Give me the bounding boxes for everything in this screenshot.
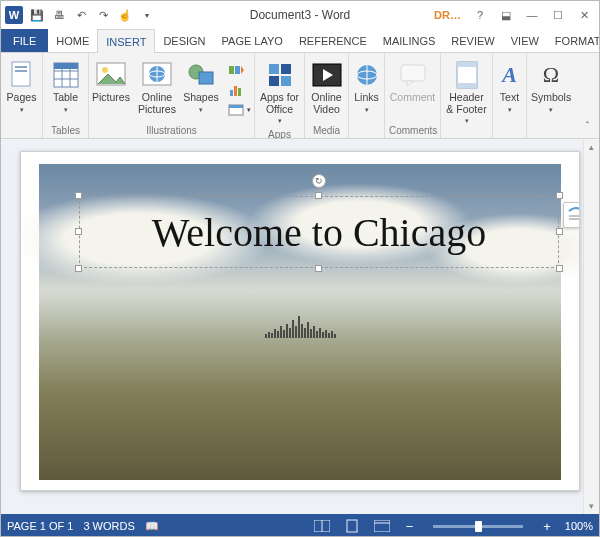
smartart-icon	[228, 62, 244, 78]
svg-point-10	[102, 67, 108, 73]
page-indicator[interactable]: PAGE 1 OF 1	[7, 520, 73, 532]
caret-down-icon: ▾	[199, 106, 203, 114]
shapes-button[interactable]: Shapes▾	[181, 57, 221, 116]
undo-button[interactable]: ↶	[73, 7, 89, 23]
caret-down-icon: ▾	[20, 106, 24, 114]
zoom-in-button[interactable]: +	[539, 520, 555, 533]
symbols-button[interactable]: Ω Symbols▾	[529, 57, 573, 116]
document-page[interactable]: ↻ Welcome to Chicago	[20, 151, 580, 491]
online-video-button[interactable]: Online Video	[307, 57, 347, 118]
group-label: Tables	[47, 124, 84, 136]
zoom-slider-thumb[interactable]	[475, 521, 482, 532]
resize-handle-w[interactable]	[75, 228, 82, 235]
word-count[interactable]: 3 WORDS	[83, 520, 134, 532]
svg-rect-8	[54, 63, 78, 69]
svg-rect-37	[457, 62, 477, 67]
svg-rect-26	[281, 64, 291, 74]
svg-rect-22	[238, 88, 241, 96]
save-button[interactable]: 💾	[29, 7, 45, 23]
links-button[interactable]: Links▾	[351, 57, 383, 116]
layout-options-icon	[567, 207, 580, 223]
title-right-controls: DR… ? ⬓ — ☐ ✕	[434, 6, 599, 24]
web-layout-button[interactable]	[372, 518, 392, 534]
tab-file[interactable]: FILE	[1, 29, 48, 52]
smartart-button[interactable]	[225, 61, 254, 79]
print-button[interactable]: 🖶	[51, 7, 67, 23]
zoom-level[interactable]: 100%	[565, 520, 593, 532]
tab-mailings[interactable]: MAILINGS	[375, 29, 444, 52]
textbox-selection[interactable]: ↻ Welcome to Chicago	[79, 196, 559, 268]
resize-handle-nw[interactable]	[75, 192, 82, 199]
vertical-scrollbar[interactable]: ▴ ▾	[583, 139, 599, 514]
zoom-out-button[interactable]: −	[402, 520, 418, 533]
title-bar: W 💾 🖶 ↶ ↷ ☝ ▾ Document3 - Word DR… ? ⬓ —…	[1, 1, 599, 29]
group-symbols: Ω Symbols▾	[527, 53, 575, 138]
tab-references[interactable]: REFERENCE	[291, 29, 375, 52]
svg-rect-20	[230, 90, 233, 96]
tab-view[interactable]: VIEW	[503, 29, 547, 52]
resize-handle-n[interactable]	[315, 192, 322, 199]
online-pictures-button[interactable]: Online Pictures	[135, 57, 179, 118]
rotate-handle[interactable]: ↻	[312, 174, 326, 188]
textbox-text[interactable]: Welcome to Chicago	[152, 209, 486, 256]
resize-handle-ne[interactable]	[556, 192, 563, 199]
chart-icon	[228, 82, 244, 98]
minimize-button[interactable]: —	[521, 6, 543, 24]
spellcheck-button[interactable]: 📖	[145, 520, 159, 533]
inserted-picture[interactable]: ↻ Welcome to Chicago	[39, 164, 561, 480]
pages-button[interactable]: Pages▾	[1, 57, 43, 116]
help-button[interactable]: ?	[469, 6, 491, 24]
tab-page-layout[interactable]: PAGE LAYO	[214, 29, 291, 52]
table-button[interactable]: Table▾	[45, 57, 87, 116]
status-bar: PAGE 1 OF 1 3 WORDS 📖 − + 100%	[1, 514, 599, 537]
svg-rect-43	[347, 520, 357, 532]
textbox[interactable]: Welcome to Chicago	[79, 196, 559, 268]
svg-rect-21	[234, 86, 237, 96]
tab-design[interactable]: DESIGN	[155, 29, 213, 52]
group-label	[5, 124, 38, 136]
scroll-up-button[interactable]: ▴	[584, 139, 599, 155]
svg-rect-1	[15, 66, 27, 68]
pictures-button[interactable]: Pictures	[89, 57, 133, 107]
chart-button[interactable]	[225, 81, 254, 99]
group-header-footer: Header & Footer▾	[441, 53, 493, 138]
close-button[interactable]: ✕	[573, 6, 595, 24]
resize-handle-se[interactable]	[556, 265, 563, 272]
apps-for-office-button[interactable]: Apps for Office▾	[257, 57, 303, 128]
tab-home[interactable]: HOME	[48, 29, 97, 52]
online-pictures-icon	[142, 60, 172, 90]
touch-mode-button[interactable]: ☝	[117, 7, 133, 23]
chevron-up-icon: ˆ	[586, 121, 589, 132]
maximize-button[interactable]: ☐	[547, 6, 569, 24]
group-label: Comments	[389, 124, 436, 136]
redo-button[interactable]: ↷	[95, 7, 111, 23]
print-layout-button[interactable]	[342, 518, 362, 534]
tab-insert[interactable]: INSERT	[97, 29, 155, 53]
tab-review[interactable]: REVIEW	[443, 29, 502, 52]
apps-icon	[265, 60, 295, 90]
caret-down-icon: ▾	[549, 106, 553, 114]
resize-handle-e[interactable]	[556, 228, 563, 235]
spellcheck-icon: 📖	[145, 520, 159, 533]
screenshot-icon	[228, 102, 244, 118]
resize-handle-s[interactable]	[315, 265, 322, 272]
layout-options-button[interactable]	[563, 202, 580, 228]
resize-handle-sw[interactable]	[75, 265, 82, 272]
text-button[interactable]: A Text▾	[495, 57, 525, 116]
ribbon-display-button[interactable]: ⬓	[495, 6, 517, 24]
scroll-down-button[interactable]: ▾	[584, 498, 599, 514]
screenshot-button[interactable]: ▾	[225, 101, 254, 119]
caret-down-icon: ▾	[278, 117, 282, 125]
account-badge[interactable]: DR…	[434, 9, 465, 21]
zoom-slider[interactable]	[433, 525, 523, 528]
read-mode-button[interactable]	[312, 518, 332, 534]
collapse-ribbon-button[interactable]: ˆ	[582, 119, 593, 134]
tab-format[interactable]: FORMAT	[547, 29, 600, 52]
header-footer-icon	[452, 60, 482, 90]
group-label: Apps	[259, 128, 300, 140]
svg-rect-0	[12, 62, 30, 86]
header-footer-button[interactable]: Header & Footer▾	[443, 57, 491, 128]
print-icon: 🖶	[54, 9, 65, 21]
symbols-icon: Ω	[536, 60, 566, 90]
qat-customize-button[interactable]: ▾	[139, 7, 155, 23]
